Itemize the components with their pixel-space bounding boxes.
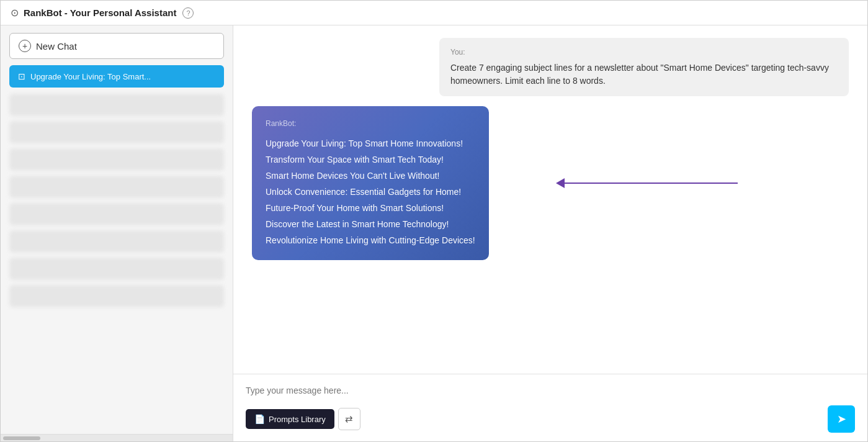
bot-response-line: Discover the Latest in Smart Home Techno… (266, 217, 475, 233)
prompts-library-button[interactable]: 📄 Prompts Library (246, 409, 334, 429)
arrow-line (564, 183, 738, 184)
chat-area: You: Create 7 engaging subject lines for… (233, 25, 867, 441)
app-wrapper: ⊙ RankBot - Your Personal Assistant ? + … (0, 0, 868, 442)
arrow-annotation (556, 178, 738, 188)
bot-response-line: Smart Home Devices You Can't Live Withou… (266, 168, 475, 184)
prompts-library-label: Prompts Library (269, 415, 326, 424)
blurred-chat-item-2 (9, 121, 224, 143)
chat-messages: You: Create 7 engaging subject lines for… (233, 25, 867, 374)
chat-icon: ⊡ (18, 71, 25, 81)
sidebar-scrollbar-thumb (3, 436, 40, 440)
bot-response-line: Upgrade Your Living: Top Smart Home Inno… (266, 136, 475, 152)
user-label: You: (450, 47, 838, 58)
new-chat-label: New Chat (36, 41, 77, 52)
app-title: RankBot - Your Personal Assistant (24, 7, 176, 18)
blurred-chat-item-5 (9, 203, 224, 225)
bot-response-line: Revolutionize Home Living with Cutting-E… (266, 233, 475, 249)
sidebar-inner: + New Chat ⊡ Upgrade Your Living: Top Sm… (1, 25, 233, 434)
refresh-icon: ⇄ (345, 413, 353, 425)
help-button[interactable]: ? (182, 7, 194, 19)
input-toolbar: 📄 Prompts Library ⇄ ➤ (246, 405, 855, 433)
rankbot-icon: ⊙ (11, 7, 19, 19)
input-area: 📄 Prompts Library ⇄ ➤ (233, 374, 867, 441)
main-content: + New Chat ⊡ Upgrade Your Living: Top Sm… (1, 25, 867, 441)
refresh-button[interactable]: ⇄ (338, 408, 360, 430)
user-message-text: Create 7 engaging subject lines for a ne… (450, 61, 838, 88)
blurred-chat-item-4 (9, 176, 224, 198)
bot-response-line: Transform Your Space with Smart Tech Tod… (266, 152, 475, 168)
send-button[interactable]: ➤ (828, 405, 855, 433)
blurred-chat-item-3 (9, 148, 224, 171)
send-icon: ➤ (837, 412, 846, 426)
input-toolbar-left: 📄 Prompts Library ⇄ (246, 408, 360, 430)
active-chat-label: Upgrade Your Living: Top Smart... (30, 72, 151, 81)
bot-response-line: Future-Proof Your Home with Smart Soluti… (266, 201, 475, 217)
bot-label: RankBot: (266, 117, 475, 130)
blurred-chat-item-6 (9, 230, 224, 253)
arrow-head (556, 178, 565, 188)
blurred-chat-item-1 (9, 94, 224, 116)
blurred-chat-item-7 (9, 258, 224, 280)
top-bar: ⊙ RankBot - Your Personal Assistant ? (1, 1, 867, 25)
active-chat-item[interactable]: ⊡ Upgrade Your Living: Top Smart... (9, 65, 224, 88)
blurred-chat-item-8 (9, 285, 224, 307)
user-message-wrapper: You: Create 7 engaging subject lines for… (252, 38, 849, 96)
bot-response-lines: Upgrade Your Living: Top Smart Home Inno… (266, 136, 475, 248)
user-message-bubble: You: Create 7 engaging subject lines for… (439, 38, 849, 96)
bot-message-wrapper: RankBot: Upgrade Your Living: Top Smart … (252, 106, 849, 260)
message-input[interactable] (246, 383, 855, 398)
doc-icon: 📄 (254, 414, 265, 424)
new-chat-button[interactable]: + New Chat (9, 33, 224, 59)
sidebar: + New Chat ⊡ Upgrade Your Living: Top Sm… (1, 25, 233, 441)
bot-message-bubble: RankBot: Upgrade Your Living: Top Smart … (252, 106, 489, 260)
sidebar-scrollbar[interactable] (1, 434, 233, 441)
plus-icon: + (19, 40, 31, 52)
bot-response-line: Unlock Convenience: Essential Gadgets fo… (266, 184, 475, 201)
